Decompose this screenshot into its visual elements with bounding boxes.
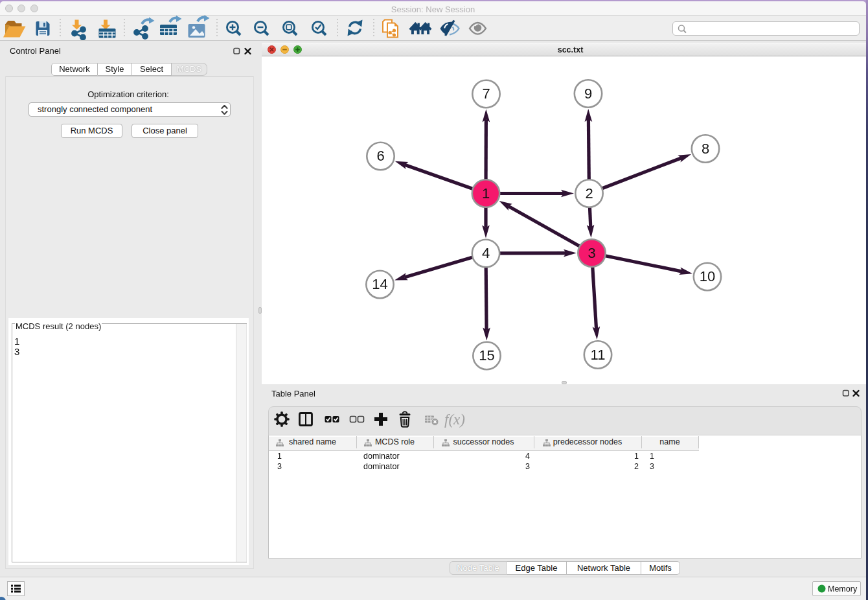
svg-text:1: 1	[482, 185, 490, 202]
svg-text:9: 9	[584, 86, 592, 102]
svg-text:f(x): f(x)	[444, 411, 465, 428]
svg-text:3: 3	[588, 245, 595, 261]
svg-text:8: 8	[702, 141, 709, 157]
svg-text:11: 11	[591, 347, 606, 363]
svg-text:7: 7	[482, 86, 490, 102]
svg-text:10: 10	[700, 268, 715, 284]
svg-text:15: 15	[479, 347, 494, 363]
svg-text:4: 4	[482, 245, 490, 261]
svg-text:14: 14	[372, 276, 387, 292]
svg-text:Memory: Memory	[828, 584, 858, 594]
svg-text:2: 2	[585, 185, 593, 202]
svg-text:6: 6	[376, 148, 384, 164]
